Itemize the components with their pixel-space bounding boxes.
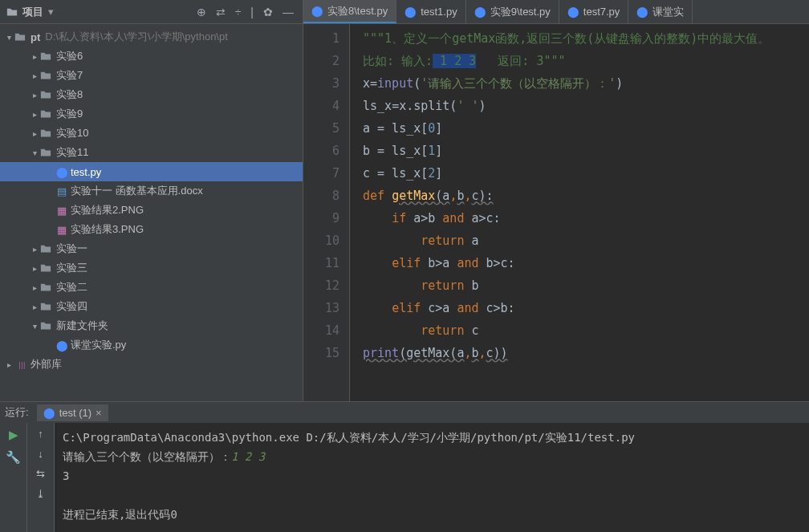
code-line[interactable]: if a>b and a>c: <box>363 207 770 229</box>
folder-icon <box>40 262 55 274</box>
project-tree[interactable]: ▾ pt D:\私人资料\本人\学习\小学期\python\pt ▸实验6▸实验… <box>0 24 303 401</box>
line-number: 4 <box>303 95 339 117</box>
code-line[interactable]: elif c>a and c>b: <box>363 297 770 319</box>
editor-tab[interactable]: ⬤实验9\test.py <box>466 0 559 23</box>
code-line[interactable]: elif b>a and b>c: <box>363 252 770 274</box>
output-prompt: 请输入三个个数（以空格隔开）： <box>63 450 231 463</box>
folder-icon <box>40 128 55 139</box>
tree-item-label: 课堂实验.py <box>71 338 126 352</box>
tree-item[interactable]: ▤实验十一 函数基本应用.docx <box>0 181 303 201</box>
up-arrow-icon[interactable]: ↑ <box>38 428 43 440</box>
root-name: pt <box>30 31 40 43</box>
tree-item[interactable]: ▾新建文件夹 <box>0 316 303 335</box>
tree-item-label: 实验三 <box>56 261 87 275</box>
code-line[interactable]: print(getMax(a,b,c)) <box>363 342 770 364</box>
tree-item[interactable]: ▦实验结果2.PNG <box>0 201 303 220</box>
hide-icon[interactable]: — <box>280 6 296 18</box>
console-tab[interactable]: ⬤ test (1) × <box>37 404 108 421</box>
editor-tab[interactable]: ⬤test1.py <box>396 0 466 23</box>
code-line[interactable]: def getMax(a,b,c): <box>363 185 770 207</box>
tree-item[interactable]: ▸实验二 <box>0 278 303 297</box>
line-number: 8 <box>303 185 339 207</box>
img-icon: ▦ <box>55 205 69 217</box>
project-dropdown-icon[interactable]: ▾ <box>48 6 54 18</box>
folder-icon <box>40 320 55 331</box>
tree-item[interactable]: ▸实验一 <box>0 239 303 258</box>
close-icon[interactable]: × <box>96 407 102 419</box>
tree-arrow-icon[interactable]: ▾ <box>29 322 40 331</box>
tree-arrow-icon[interactable]: ▸ <box>29 91 40 99</box>
settings-icon[interactable]: ✿ <box>261 6 275 18</box>
code-line[interactable]: return c <box>363 319 770 342</box>
output-result: 3 <box>63 469 69 482</box>
tree-item[interactable]: ▸实验四 <box>0 297 303 316</box>
chevron-right-icon[interactable]: ▸ <box>3 360 14 369</box>
py-icon: ⬤ <box>55 166 69 178</box>
soft-wrap-icon[interactable]: ⇆ <box>36 468 45 480</box>
line-number: 5 <box>303 117 339 140</box>
code-line[interactable]: x=input('请输入三个个数（以空格隔开）：') <box>363 72 770 95</box>
down-arrow-icon[interactable]: ↓ <box>38 448 43 460</box>
tree-arrow-icon[interactable]: ▸ <box>29 52 40 61</box>
chevron-down-icon[interactable]: ▾ <box>3 33 14 42</box>
scroll-end-icon[interactable]: ⤓ <box>36 488 45 500</box>
code-content[interactable]: """1、定义一个getMax函数,返回三个数(从键盘输入的整数)中的最大值。比… <box>350 24 770 401</box>
console-output[interactable]: C:\ProgramData\Anaconda3\python.exe D:/私… <box>55 423 809 532</box>
code-line[interactable]: return b <box>363 274 770 297</box>
line-number: 10 <box>303 229 339 252</box>
tree-item-label: 实验7 <box>56 68 83 83</box>
console-tab-label: test (1) <box>59 407 91 419</box>
code-editor[interactable]: 123456789101112131415 """1、定义一个getMax函数,… <box>303 24 809 401</box>
tree-arrow-icon[interactable]: ▸ <box>29 129 40 138</box>
tab-label: test1.py <box>421 6 457 18</box>
editor-tab[interactable]: ⬤实验8\test.py <box>303 0 396 23</box>
line-number: 11 <box>303 252 339 274</box>
editor-tab[interactable]: ⬤test7.py <box>559 0 629 23</box>
doc-icon: ▤ <box>55 185 69 197</box>
tree-arrow-icon[interactable]: ▸ <box>29 303 40 311</box>
library-icon: ⫼ <box>14 359 29 371</box>
tree-item[interactable]: ⬤课堂实验.py <box>0 335 303 355</box>
tree-arrow-icon[interactable]: ▸ <box>29 264 40 273</box>
tree-item[interactable]: ▾实验11 <box>0 143 303 162</box>
tree-item-label: 实验11 <box>56 145 88 160</box>
external-libraries[interactable]: ▸ ⫼ 外部库 <box>0 355 303 374</box>
tree-arrow-icon[interactable]: ▸ <box>29 283 40 292</box>
tree-item[interactable]: ⬤test.py <box>0 162 303 181</box>
code-line[interactable]: ls_x=x.split(' ') <box>363 95 770 117</box>
line-number: 1 <box>303 27 339 50</box>
tree-arrow-icon[interactable]: ▾ <box>29 148 40 157</box>
line-number: 3 <box>303 72 339 95</box>
tree-item[interactable]: ▦实验结果3.PNG <box>0 220 303 239</box>
folder-icon <box>40 282 55 293</box>
tree-arrow-icon[interactable]: ▸ <box>29 71 40 80</box>
tree-root[interactable]: ▾ pt D:\私人资料\本人\学习\小学期\python\pt <box>0 27 303 47</box>
code-line[interactable]: b = ls_x[1] <box>363 140 770 162</box>
code-line[interactable]: return a <box>363 229 770 252</box>
expand-icon[interactable]: ⇄ <box>213 6 228 18</box>
code-line[interactable]: a = ls_x[0] <box>363 117 770 140</box>
python-file-icon: ⬤ <box>474 6 486 18</box>
editor-tab[interactable]: ⬤课堂实 <box>628 0 693 23</box>
tree-item[interactable]: ▸实验6 <box>0 47 303 66</box>
tree-item[interactable]: ▸实验8 <box>0 85 303 104</box>
tree-item[interactable]: ▸实验10 <box>0 124 303 143</box>
code-line[interactable]: """1、定义一个getMax函数,返回三个数(从键盘输入的整数)中的最大值。 <box>363 27 770 50</box>
code-line[interactable]: c = ls_x[2] <box>363 162 770 185</box>
folder-icon <box>40 89 55 100</box>
python-file-icon: ⬤ <box>636 6 648 18</box>
code-line[interactable]: 比如: 输入: 1 2 3 返回: 3""" <box>363 50 770 72</box>
console-tab-bar: 运行: ⬤ test (1) × <box>0 402 809 423</box>
tree-item[interactable]: ▸实验三 <box>0 258 303 278</box>
tree-item[interactable]: ▸实验7 <box>0 66 303 85</box>
project-title[interactable]: 项目 <box>22 5 43 19</box>
tree-arrow-icon[interactable]: ▸ <box>29 245 40 254</box>
tree-arrow-icon[interactable]: ▸ <box>29 110 40 119</box>
line-number: 9 <box>303 207 339 229</box>
wrench-icon[interactable]: 🔧 <box>6 450 21 465</box>
tree-item[interactable]: ▸实验9 <box>0 104 303 124</box>
locate-icon[interactable]: ⊕ <box>194 6 209 18</box>
collapse-icon[interactable]: ÷ <box>233 6 244 18</box>
run-button[interactable]: ▶ <box>9 428 18 442</box>
line-gutter: 123456789101112131415 <box>303 24 350 401</box>
